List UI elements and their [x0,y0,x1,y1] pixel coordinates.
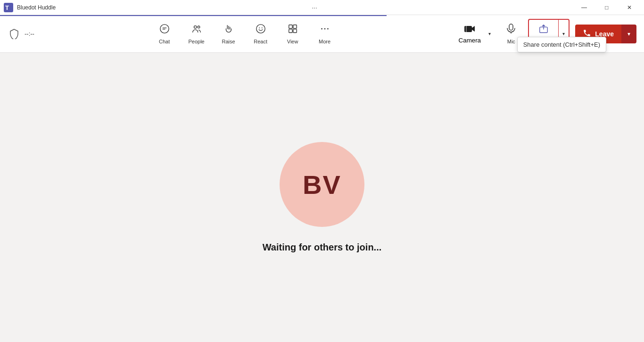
camera-group: Camera ▾ [454,19,494,49]
title-dots: ··· [308,4,321,11]
svg-rect-9 [293,25,297,28]
maximize-button[interactable]: □ [596,0,618,15]
svg-rect-17 [509,24,513,30]
shield-icon [8,27,21,41]
main-content: BV Waiting for others to join... [0,53,644,342]
close-button[interactable]: ✕ [619,0,640,15]
svg-rect-11 [293,29,297,32]
react-button[interactable]: React [246,19,276,49]
svg-text:T: T [5,4,9,11]
chat-icon [159,24,170,37]
raise-button[interactable]: Raise [214,19,244,49]
svg-rect-8 [289,25,292,28]
waiting-text: Waiting for others to join... [263,242,382,253]
app-title: Bluedot Huddle [17,4,56,11]
people-icon [191,24,202,37]
raise-icon [223,24,234,37]
title-bar-left: T Bluedot Huddle [4,3,56,12]
chat-button[interactable]: Chat [149,19,180,49]
more-label: More [319,39,330,44]
svg-point-12 [321,28,322,29]
timer: --:-- [25,30,34,37]
camera-button[interactable]: Camera [454,19,485,49]
app-icon: T [4,3,13,12]
share-icon [538,24,549,36]
share-tooltip: Share content (Ctrl+Shift+E) [517,37,606,52]
react-icon [256,24,266,37]
people-label: People [188,39,204,44]
svg-point-7 [261,27,262,28]
avatar-initials: BV [303,169,341,200]
avatar: BV [280,142,364,227]
camera-icon [464,24,475,35]
react-label: React [254,39,267,44]
more-button[interactable]: More [310,19,340,49]
mic-label: Mic [507,39,515,44]
svg-point-14 [327,28,329,29]
chat-label: Chat [159,39,170,44]
svg-rect-10 [289,29,292,32]
camera-label: Camera [459,37,481,44]
toolbar-left: --:-- [8,27,34,41]
title-bar-controls: — □ ✕ [573,0,640,15]
svg-point-4 [198,26,200,28]
tooltip-text: Share content (Ctrl+Shift+E) [523,41,600,48]
toolbar-center: Chat People Raise [34,19,454,49]
svg-point-3 [194,25,197,28]
title-bar: T Bluedot Huddle ··· — □ ✕ [0,0,644,15]
people-button[interactable]: People [182,19,212,49]
svg-point-6 [259,27,260,28]
camera-chevron-button[interactable]: ▾ [485,19,494,49]
view-button[interactable]: View [278,19,308,49]
leave-chevron-button[interactable]: ▾ [621,25,636,43]
svg-point-13 [324,28,325,29]
svg-point-2 [160,24,168,33]
mic-icon [506,24,516,37]
view-icon [288,24,298,37]
view-label: View [287,39,298,44]
more-icon [320,24,330,37]
svg-rect-15 [464,26,472,32]
loading-bar [0,15,387,16]
svg-point-5 [256,24,264,33]
raise-label: Raise [222,39,235,44]
minimize-button[interactable]: — [573,0,595,15]
